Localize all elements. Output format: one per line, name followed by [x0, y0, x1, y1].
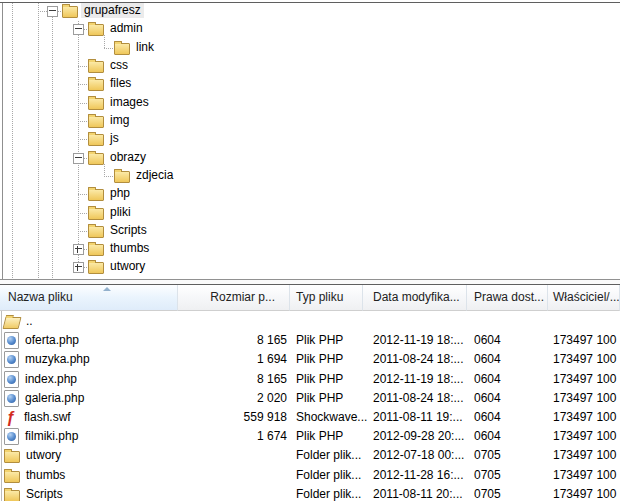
tree-item-utwory[interactable]: utwory — [107, 259, 148, 274]
php-file-icon — [4, 390, 19, 407]
tree-guide-line — [38, 3, 39, 279]
file-row[interactable]: muzyka.php1 694Plik PHP2011-08-24 18:...… — [0, 350, 620, 369]
column-header-label: Typ pliku — [296, 290, 343, 304]
file-type-cell: Folder plik... — [290, 446, 363, 465]
tree-guide-line — [78, 139, 87, 140]
file-row[interactable]: galeria.php2 020Plik PHP2011-08-24 18:..… — [0, 389, 620, 408]
file-owner-cell: 173497 100 — [548, 331, 620, 350]
column-header-perms[interactable]: Prawa dost... — [467, 285, 548, 311]
file-owner-cell: 173497 100 — [548, 485, 620, 501]
column-header-type[interactable]: Typ pliku — [290, 285, 363, 311]
folder-icon[interactable] — [88, 116, 104, 128]
file-type-cell: Plik PHP — [290, 350, 363, 369]
file-perms-cell: 0705 — [467, 485, 548, 501]
file-owner-cell — [548, 312, 620, 331]
file-row[interactable]: filmiki.php1 674Plik PHP2012-09-28 20:..… — [0, 427, 620, 446]
file-name-label: thumbs — [26, 466, 65, 485]
tree-item-obrazy[interactable]: obrazy — [107, 150, 149, 165]
column-header-date[interactable]: Data modyfika... — [363, 285, 467, 311]
tree-guide-line — [78, 66, 87, 67]
folder-icon[interactable] — [114, 43, 130, 55]
tree-guide-line — [78, 103, 87, 104]
tree-item-pliki[interactable]: pliki — [107, 205, 134, 220]
column-header-owner[interactable]: Właściciel/... — [548, 285, 620, 311]
file-type-cell: Plik PHP — [290, 331, 363, 350]
file-name-label: index.php — [25, 370, 77, 389]
file-type-cell: Plik PHP — [290, 389, 363, 408]
file-name-label: Scripts — [26, 485, 63, 501]
tree-expander-minus-icon[interactable] — [47, 6, 58, 17]
file-row[interactable]: thumbsFolder plik...2012-11-28 16:...070… — [0, 466, 620, 485]
tree-item-files[interactable]: files — [107, 76, 134, 91]
file-row[interactable]: utworyFolder plik...2012-07-18 00:...070… — [0, 446, 620, 465]
tree-item-js[interactable]: js — [107, 131, 122, 146]
file-row[interactable]: .. — [0, 312, 620, 331]
folder-icon[interactable] — [88, 262, 104, 274]
file-perms-cell: 0604 — [467, 427, 548, 446]
file-owner-cell: 173497 100 — [548, 466, 620, 485]
php-file-icon — [4, 428, 19, 445]
tree-expander-minus-icon[interactable] — [73, 24, 84, 35]
folder-icon[interactable] — [88, 244, 104, 256]
file-date-cell: 2011-08-24 18:... — [363, 350, 467, 369]
file-row[interactable]: flash.swf559 918Shockwave...2011-08-11 1… — [0, 408, 620, 427]
tree-expander-minus-icon[interactable] — [73, 153, 84, 164]
file-perms-cell: 0705 — [467, 466, 548, 485]
folder-icon[interactable] — [88, 24, 104, 36]
directory-tree: grupafreszadminlinkcssfilesimagesimgjsob… — [0, 3, 620, 279]
tree-item-link[interactable]: link — [133, 40, 157, 55]
tree-guide-line — [52, 17, 53, 279]
folder-icon[interactable] — [88, 226, 104, 238]
folder-icon[interactable] — [88, 61, 104, 73]
column-header-label: Nazwa pliku — [8, 290, 73, 304]
file-name-cell: .. — [0, 312, 178, 331]
folder-icon[interactable] — [88, 153, 104, 165]
column-header-name[interactable]: Nazwa pliku — [0, 285, 178, 311]
folder-icon[interactable] — [114, 171, 130, 183]
tree-item-thumbs[interactable]: thumbs — [107, 241, 152, 256]
tree-expander-plus-icon[interactable] — [73, 262, 84, 273]
tree-item-img[interactable]: img — [107, 113, 132, 128]
file-date-cell: 2012-11-28 16:... — [363, 466, 467, 485]
ftp-client-window: grupafreszadminlinkcssfilesimagesimgjsob… — [0, 0, 620, 501]
folder-icon[interactable] — [88, 98, 104, 110]
file-row[interactable]: oferta.php8 165Plik PHP2012-11-19 18:...… — [0, 331, 620, 350]
tree-guide-line — [78, 213, 87, 214]
file-size-cell: 8 165 — [178, 331, 290, 350]
tree-item-zdjecia[interactable]: zdjecia — [133, 168, 176, 183]
file-name-cell: galeria.php — [0, 389, 178, 408]
file-type-cell: Plik PHP — [290, 370, 363, 389]
tree-item-css[interactable]: css — [107, 58, 131, 73]
tree-guide-line — [104, 176, 113, 177]
tree-item-admin[interactable]: admin — [107, 21, 146, 36]
folder-icon[interactable] — [88, 189, 104, 201]
file-name-label: muzyka.php — [25, 350, 90, 369]
tree-item-Scripts[interactable]: Scripts — [107, 223, 150, 238]
folder-icon — [4, 490, 20, 501]
file-owner-cell: 173497 100 — [548, 446, 620, 465]
file-row[interactable]: ScriptsFolder plik...2011-08-11 20:...07… — [0, 485, 620, 501]
folder-icon[interactable] — [88, 134, 104, 146]
file-row[interactable]: index.php8 165Plik PHP2012-11-19 18:...0… — [0, 370, 620, 389]
flash-file-icon — [4, 410, 18, 426]
file-date-cell: 2012-11-19 18:... — [363, 370, 467, 389]
folder-icon[interactable] — [88, 208, 104, 220]
folder-icon[interactable] — [62, 6, 78, 18]
column-header-size[interactable]: Rozmiar p... — [178, 285, 290, 311]
file-perms-cell: 0705 — [467, 446, 548, 465]
tree-item-php[interactable]: php — [107, 186, 133, 201]
tree-guide-line — [78, 231, 87, 232]
file-type-cell: Plik PHP — [290, 427, 363, 446]
file-size-cell — [178, 466, 290, 485]
file-type-cell: Folder plik... — [290, 485, 363, 501]
file-name-cell: index.php — [0, 370, 178, 389]
tree-item-images[interactable]: images — [107, 95, 152, 110]
php-file-icon — [4, 351, 19, 368]
tree-guide-line — [78, 194, 87, 195]
remote-directory-tree-panel: grupafreszadminlinkcssfilesimagesimgjsob… — [0, 2, 620, 279]
tree-item-grupafresz[interactable]: grupafresz — [81, 3, 144, 18]
file-date-cell: 2012-07-18 00:... — [363, 446, 467, 465]
folder-icon[interactable] — [88, 79, 104, 91]
tree-expander-plus-icon[interactable] — [73, 244, 84, 255]
file-size-cell: 1 694 — [178, 350, 290, 369]
